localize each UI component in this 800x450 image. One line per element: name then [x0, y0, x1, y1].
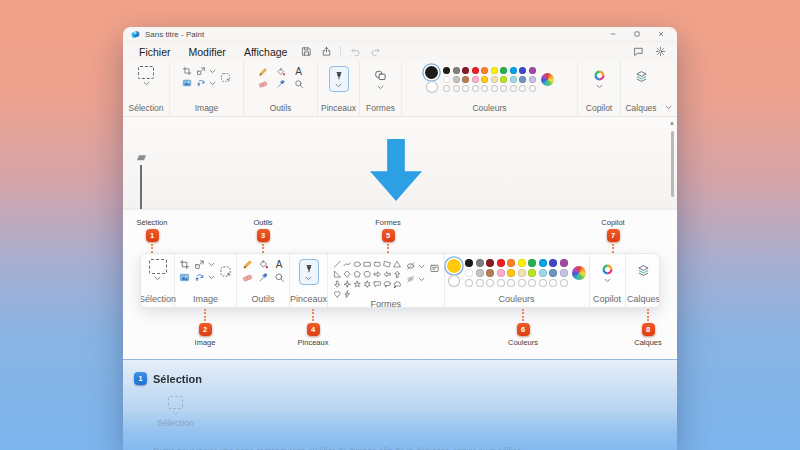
menubar-divider — [340, 46, 341, 57]
text-tool-button: A — [276, 259, 283, 270]
save-icon[interactable] — [297, 44, 315, 59]
color-swatch[interactable] — [453, 67, 460, 74]
shapes-group-zoom: Formes — [328, 254, 445, 307]
close-button[interactable] — [649, 28, 673, 41]
text-tool-button[interactable]: A — [295, 66, 302, 77]
colors-group: Couleurs — [402, 61, 578, 116]
shape-lightning-icon — [342, 289, 352, 299]
rotate-icon[interactable] — [196, 78, 206, 88]
scrollbar-thumb[interactable] — [671, 131, 674, 197]
maximize-button[interactable] — [625, 28, 649, 41]
shape-bubble-oval-icon — [382, 279, 392, 289]
minimize-button[interactable] — [601, 28, 625, 41]
color-swatch[interactable] — [519, 76, 526, 83]
smart-select-icon[interactable] — [220, 72, 231, 83]
empty-color-slot[interactable] — [529, 85, 536, 92]
edit-colors-icon[interactable] — [541, 73, 554, 86]
copilot-icon[interactable] — [593, 69, 606, 82]
empty-color-slot[interactable] — [443, 85, 450, 92]
color-swatch[interactable] — [443, 67, 450, 74]
chevron-down-icon[interactable] — [143, 81, 150, 86]
menu-affichage[interactable]: Affichage — [236, 46, 296, 58]
color-swatch[interactable] — [443, 76, 450, 83]
pencil-icon[interactable] — [258, 67, 268, 77]
eyedropper-icon[interactable] — [276, 79, 286, 89]
color-swatch[interactable] — [491, 76, 498, 83]
color-swatch[interactable] — [519, 67, 526, 74]
brush-button[interactable] — [329, 66, 349, 92]
color-swatch[interactable] — [529, 67, 536, 74]
empty-color-slot[interactable] — [462, 85, 469, 92]
menu-modifier[interactable]: Modifier — [181, 46, 234, 58]
color-swatch — [560, 259, 568, 267]
canvas-area[interactable] — [123, 117, 677, 209]
chevron-down-icon[interactable] — [596, 84, 603, 89]
empty-color-slot[interactable] — [453, 85, 460, 92]
resize-icon[interactable] — [196, 66, 206, 76]
chevron-down-icon[interactable] — [377, 85, 384, 90]
color-swatch[interactable] — [510, 76, 517, 83]
color-swatch[interactable] — [491, 67, 498, 74]
color-swatch[interactable] — [510, 67, 517, 74]
image-thumbnail-icon[interactable] — [182, 78, 192, 88]
color-swatch[interactable] — [472, 67, 479, 74]
redo-icon[interactable] — [366, 44, 384, 59]
selection-group[interactable]: Sélection — [123, 61, 170, 116]
ribbon-collapse-icon[interactable] — [665, 105, 672, 110]
shape-arrow-right-icon — [372, 269, 382, 279]
smart-select-icon — [219, 265, 232, 278]
empty-color-slot[interactable] — [510, 85, 517, 92]
color-swatch[interactable] — [462, 76, 469, 83]
feedback-icon[interactable] — [629, 44, 647, 59]
menu-fichier[interactable]: Fichier — [131, 46, 179, 58]
empty-color-slot[interactable] — [481, 85, 488, 92]
shape-arrow-left-icon — [382, 269, 392, 279]
callout-label: Couleurs — [508, 338, 538, 347]
color-swatch[interactable] — [500, 67, 507, 74]
shape-bubble-cloud-icon — [392, 279, 402, 289]
tools-group-zoom: A Outils — [237, 254, 290, 307]
callout-leader-line — [204, 309, 206, 321]
color-swatch[interactable] — [481, 76, 488, 83]
shape-rectangle-icon — [362, 259, 372, 269]
empty-color-slot[interactable] — [500, 85, 507, 92]
undo-icon[interactable] — [346, 44, 364, 59]
chevron-down-icon[interactable] — [209, 69, 216, 74]
group-label: Formes — [366, 103, 395, 115]
color2-swatch[interactable] — [426, 81, 438, 93]
color-swatch[interactable] — [529, 76, 536, 83]
color-swatch[interactable] — [453, 76, 460, 83]
fill-bucket-icon[interactable] — [276, 67, 286, 77]
shapes-icon[interactable] — [374, 69, 387, 82]
empty-color-slot[interactable] — [519, 85, 526, 92]
callout-label: Outils — [253, 218, 272, 227]
callout-leader-line — [387, 244, 389, 253]
color-swatch[interactable] — [481, 67, 488, 74]
crop-icon[interactable] — [182, 66, 192, 76]
color-swatch[interactable] — [462, 67, 469, 74]
color1-swatch[interactable] — [425, 66, 438, 79]
brushes-group: Pinceaux — [318, 61, 360, 116]
chevron-down-icon[interactable] — [209, 81, 216, 86]
layers-group-zoom: Calques — [626, 254, 661, 307]
color-swatch[interactable] — [472, 76, 479, 83]
group-label: Couleurs — [498, 294, 534, 306]
settings-icon[interactable] — [651, 44, 669, 59]
color-swatch — [486, 259, 494, 267]
color-swatch — [497, 259, 505, 267]
callout-badge: 8 — [642, 323, 655, 336]
group-label: Couleurs — [472, 103, 506, 115]
vertical-scrollbar[interactable] — [670, 121, 674, 205]
color-palette — [443, 67, 536, 92]
share-icon[interactable] — [317, 44, 335, 59]
layers-icon[interactable] — [635, 70, 648, 83]
color-swatch[interactable] — [500, 76, 507, 83]
empty-color-slot[interactable] — [472, 85, 479, 92]
scroll-up-icon[interactable] — [670, 121, 674, 125]
eraser-icon[interactable] — [258, 79, 268, 89]
shape-diamond-icon — [342, 269, 352, 279]
selection-tool-icon[interactable] — [138, 66, 154, 79]
empty-color-slot[interactable] — [491, 85, 498, 92]
magnifier-icon[interactable] — [294, 79, 304, 89]
rotate-icon — [194, 272, 205, 283]
